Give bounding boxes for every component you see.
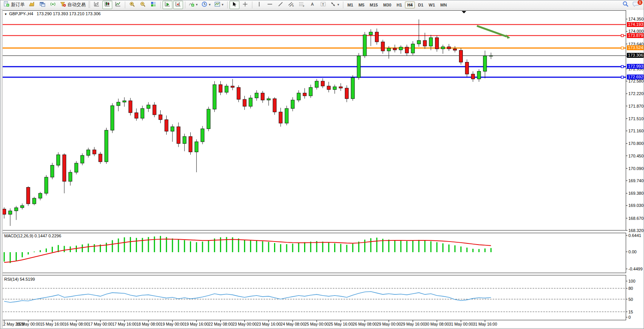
one-click-collapse-icon[interactable]: ▼	[4, 13, 7, 16]
candle	[51, 165, 54, 177]
time-axis-label: 16 May 08:00	[64, 322, 89, 326]
auto-scroll-button[interactable]	[163, 1, 172, 9]
tf-button-M30[interactable]: M30	[381, 2, 394, 8]
candle	[249, 98, 252, 106]
candle	[201, 129, 204, 142]
crosshair-icon	[242, 1, 248, 9]
price-tick-label: 168.670	[628, 216, 644, 221]
level-handle[interactable]	[621, 76, 623, 78]
rsi-tick-label: 15	[628, 310, 633, 314]
indicators-button[interactable]: ▼	[187, 1, 199, 9]
candle	[75, 163, 78, 172]
new-order-icon	[3, 1, 10, 9]
toolbar-grip	[88, 2, 90, 8]
periods-clock-icon	[201, 1, 207, 9]
new-chart-button[interactable]	[27, 1, 37, 9]
svg-text:T: T	[322, 2, 324, 6]
tile-windows-button[interactable]	[148, 1, 158, 9]
chart-candles-button[interactable]	[102, 1, 112, 9]
tile-windows-icon	[150, 1, 156, 9]
time-axis-label: 25 May 00:00	[304, 322, 329, 326]
tf-button-MN[interactable]: MN	[438, 2, 449, 8]
dropdown-arrow-icon: ▼	[195, 3, 198, 6]
candle	[92, 150, 96, 154]
separator	[252, 2, 252, 8]
text-button[interactable]: A	[308, 1, 317, 9]
tf-button-W1[interactable]: W1	[426, 2, 437, 8]
candle	[117, 102, 120, 106]
candle	[99, 154, 102, 162]
signals-button[interactable]	[48, 1, 58, 9]
candle	[387, 48, 391, 51]
chart-canvas[interactable]: 174.350174.000173.640173.290172.930172.5…	[0, 10, 644, 329]
candle	[171, 127, 174, 131]
price-level-badge: 173.879	[627, 33, 644, 38]
candle	[123, 101, 126, 102]
fibonacci-button[interactable]: F	[297, 1, 307, 9]
templates-button[interactable]: ▼	[213, 1, 225, 9]
equidistant-channel-button[interactable]: E	[286, 1, 296, 9]
tf-button-M15[interactable]: M15	[367, 2, 380, 8]
time-axis-label: 23 May 16:00	[257, 322, 281, 326]
vertical-line-button[interactable]	[254, 1, 264, 9]
price-tick-label: 174.350	[628, 17, 644, 21]
horizontal-line-button[interactable]	[265, 1, 275, 9]
chart-shift-button[interactable]	[173, 1, 183, 9]
candle	[291, 100, 294, 108]
separator	[185, 2, 185, 8]
arrows-button[interactable]: ▼	[329, 1, 341, 9]
cursor-button[interactable]	[230, 1, 239, 9]
chat-button[interactable]: 1	[631, 1, 641, 9]
chart-bars-button[interactable]	[92, 1, 102, 9]
new-order-button[interactable]: 新订单	[2, 1, 26, 9]
candle	[225, 86, 228, 92]
time-axis-label: 19 May 00:00	[160, 322, 185, 326]
text-label-button[interactable]: T	[318, 1, 328, 9]
auto-trading-button[interactable]: 自动交易	[59, 1, 87, 9]
time-axis-label: 24 May 08:00	[281, 322, 305, 326]
macd-tick-label: -0.4499	[628, 267, 642, 271]
crosshair-button[interactable]	[240, 1, 250, 9]
time-axis-label: 25 May 16:00	[328, 322, 353, 326]
chart-line-button[interactable]	[113, 1, 123, 9]
price-level-badge: 172.993	[627, 64, 644, 69]
zoom-in-button[interactable]	[127, 1, 137, 9]
price-level-badge: 173.524	[627, 45, 644, 50]
macd-signal-line	[4, 239, 491, 263]
candle	[243, 99, 246, 106]
candle	[141, 108, 144, 118]
tf-button-M1[interactable]: M1	[345, 2, 355, 8]
window-left-edge	[0, 10, 3, 329]
price-level-badge: 173.306	[627, 53, 644, 58]
trendline-button[interactable]	[276, 1, 285, 9]
tf-button-H1[interactable]: H1	[394, 2, 404, 8]
time-axis-label: 15 May 00:00	[16, 322, 40, 326]
price-tick-label: 171.870	[628, 104, 644, 108]
tf-button-H4[interactable]: H4	[405, 2, 415, 8]
equidistant-channel-icon: E	[288, 1, 294, 9]
time-axis-label: 30 May 08:00	[425, 322, 449, 326]
text-icon: A	[310, 1, 315, 9]
level-handle[interactable]	[621, 65, 623, 68]
indicators-icon	[188, 1, 194, 9]
periods-button[interactable]: ▼	[200, 1, 212, 9]
candle	[327, 86, 330, 89]
tf-button-D1[interactable]: D1	[416, 2, 426, 8]
candle	[213, 84, 216, 109]
candle	[363, 35, 367, 56]
level-handle[interactable]	[621, 35, 623, 37]
search-button[interactable]	[620, 1, 630, 9]
profiles-icon	[39, 1, 45, 9]
chart-shift-marker[interactable]	[462, 11, 466, 13]
level-handle[interactable]	[621, 47, 623, 49]
candle	[105, 130, 108, 162]
candle	[159, 115, 162, 120]
candle	[447, 47, 451, 49]
macd-tick-label: 0.00	[628, 250, 636, 254]
auto-trading-label: 自动交易	[67, 2, 86, 8]
zoom-out-button[interactable]	[138, 1, 148, 9]
tf-button-M5[interactable]: M5	[356, 2, 367, 8]
arrows-icon	[330, 1, 336, 9]
annotation-arrow[interactable]	[477, 26, 507, 37]
profiles-button[interactable]	[37, 1, 47, 9]
